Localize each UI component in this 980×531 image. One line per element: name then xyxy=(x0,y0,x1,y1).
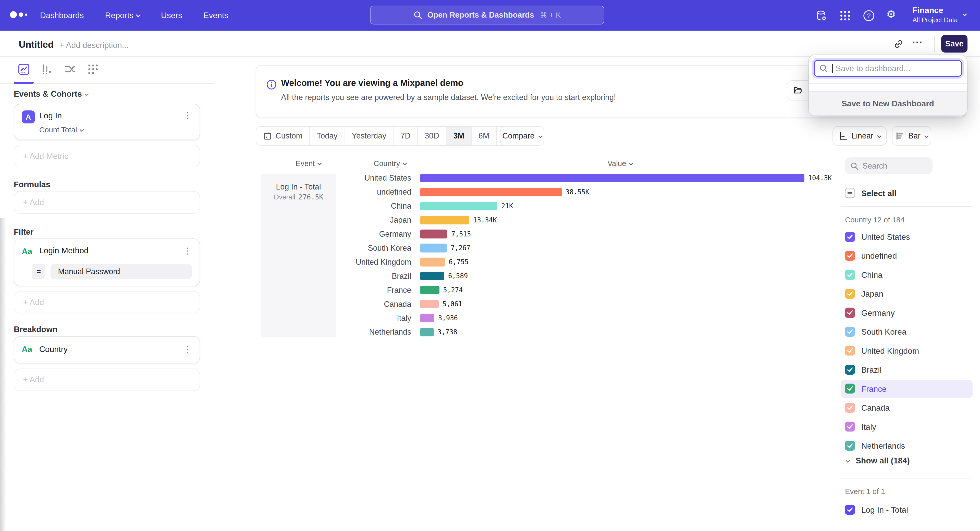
nav-item-dashboards[interactable]: Dashboards xyxy=(40,11,84,20)
add-metric-button[interactable]: + Add Metric xyxy=(14,145,200,167)
legend-checkbox-united-states[interactable] xyxy=(845,232,855,242)
legend-label-canada[interactable]: Canada xyxy=(861,403,890,413)
data-management-icon[interactable] xyxy=(815,10,827,22)
chart-type-dropdown-bar[interactable]: Bar xyxy=(892,126,931,146)
add-filter-button[interactable]: + Add xyxy=(14,291,200,314)
chart-row-undefined[interactable]: undefined38.55K xyxy=(215,185,589,199)
save-to-new-dashboard-button[interactable]: Save to New Dashboard xyxy=(809,91,967,116)
chart-row-brazil[interactable]: Brazil6,589 xyxy=(215,269,468,283)
tab-more-reports[interactable] xyxy=(87,63,99,76)
breakdown-card-country[interactable]: Aa Country ⋮ xyxy=(14,336,200,364)
show-all-button[interactable]: Show all (184) xyxy=(845,456,910,466)
legend-checkbox-log-in-total[interactable] xyxy=(845,505,855,515)
tab-funnels[interactable] xyxy=(41,63,53,76)
filter-property-name[interactable]: Login Method xyxy=(39,246,89,255)
select-all-checkbox[interactable] xyxy=(845,188,855,198)
legend-label-china[interactable]: China xyxy=(861,270,883,280)
compare-button[interactable]: Compare xyxy=(500,126,544,146)
filter-card-login-method[interactable]: Aa Login Method ⋮ = Manual Password xyxy=(14,238,200,286)
bar[interactable] xyxy=(420,216,469,224)
legend-checkbox-undefined[interactable] xyxy=(845,251,855,261)
nav-item-reports[interactable]: Reports xyxy=(105,11,140,20)
legend-label-japan[interactable]: Japan xyxy=(861,289,883,299)
column-header-event[interactable]: Event xyxy=(296,159,321,168)
chart-row-south-korea[interactable]: South Korea7,267 xyxy=(215,241,470,255)
bar[interactable] xyxy=(420,286,439,294)
chart-row-united-states[interactable]: United States104.3K xyxy=(215,171,832,185)
legend-search-input[interactable]: Search xyxy=(845,157,932,174)
add-description-button[interactable]: + Add description... xyxy=(59,41,129,50)
legend-label-log-in-total[interactable]: Log In - Total xyxy=(861,505,908,515)
bar[interactable] xyxy=(420,300,439,308)
chart-row-canada[interactable]: Canada5,061 xyxy=(215,297,462,311)
bar[interactable] xyxy=(420,230,448,238)
help-icon[interactable]: ? xyxy=(862,10,875,22)
tab-insights[interactable] xyxy=(18,63,30,76)
chart-row-germany[interactable]: Germany7,515 xyxy=(215,227,471,241)
bar[interactable] xyxy=(420,244,447,252)
bar[interactable] xyxy=(420,314,434,322)
chart-row-china[interactable]: China21K xyxy=(215,199,513,213)
settings-gear-icon[interactable]: ⚙ xyxy=(886,8,899,21)
legend-checkbox-south-korea[interactable] xyxy=(845,327,855,337)
legend-checkbox-netherlands[interactable] xyxy=(845,441,855,451)
more-actions-button[interactable]: ⋯ xyxy=(912,36,923,48)
kebab-menu-icon[interactable]: ⋮ xyxy=(183,345,192,355)
date-range-3m[interactable]: 3M xyxy=(446,127,471,145)
legend-label-france[interactable]: France xyxy=(861,384,886,394)
chart-row-italy[interactable]: Italy3,936 xyxy=(215,311,458,325)
legend-checkbox-japan[interactable] xyxy=(845,289,855,299)
metric-aggregation-dropdown[interactable]: Count Total xyxy=(39,125,83,134)
date-range-6m[interactable]: 6M xyxy=(472,127,496,145)
legend-checkbox-france[interactable] xyxy=(845,384,855,393)
filter-operator-dropdown[interactable]: = xyxy=(32,264,45,279)
chart-row-france[interactable]: France5,274 xyxy=(215,283,463,297)
metric-card-log-in[interactable]: A Log In ⋮ Count Total xyxy=(14,104,200,140)
save-button[interactable]: Save xyxy=(941,35,967,52)
global-search-button[interactable]: Open Reports & Dashboards ⌘ + K xyxy=(370,6,605,24)
kebab-menu-icon[interactable]: ⋮ xyxy=(183,246,192,256)
bar[interactable] xyxy=(420,188,562,197)
tab-flows[interactable] xyxy=(64,63,76,76)
nav-item-users[interactable]: Users xyxy=(161,11,182,20)
mixpanel-logo-icon[interactable] xyxy=(10,11,27,18)
apps-grid-icon[interactable] xyxy=(839,10,851,22)
legend-checkbox-canada[interactable] xyxy=(845,403,855,413)
bar[interactable] xyxy=(420,258,445,266)
breakdown-property-name[interactable]: Country xyxy=(39,345,68,354)
chart-row-united-kingdom[interactable]: United Kingdom6,755 xyxy=(215,255,469,269)
date-range-7d[interactable]: 7D xyxy=(393,127,418,145)
column-header-country[interactable]: Country xyxy=(374,159,406,168)
report-title[interactable]: Untitled xyxy=(19,39,54,50)
metric-event-name[interactable]: Log In xyxy=(39,111,62,120)
date-range-today[interactable]: Today xyxy=(310,127,345,145)
legend-checkbox-germany[interactable] xyxy=(845,308,855,317)
bar[interactable] xyxy=(420,174,804,182)
bar[interactable] xyxy=(420,272,445,280)
scale-dropdown-linear[interactable]: Linear xyxy=(832,126,887,146)
legend-label-united-states[interactable]: United States xyxy=(861,232,910,242)
chart-row-netherlands[interactable]: Netherlands3,738 xyxy=(215,325,457,339)
column-header-value[interactable]: Value xyxy=(608,159,632,168)
legend-label-south-korea[interactable]: South Korea xyxy=(861,327,907,337)
add-formula-button[interactable]: + Add xyxy=(14,191,200,214)
legend-label-united-kingdom[interactable]: United Kingdom xyxy=(861,346,919,356)
date-range-yesterday[interactable]: Yesterday xyxy=(345,127,394,145)
nav-item-events[interactable]: Events xyxy=(204,11,228,20)
date-range-custom[interactable]: Custom xyxy=(256,127,310,145)
legend-label-netherlands[interactable]: Netherlands xyxy=(861,441,905,451)
select-all-label[interactable]: Select all xyxy=(861,189,897,198)
add-breakdown-button[interactable]: + Add xyxy=(14,369,200,391)
bar[interactable] xyxy=(420,202,498,211)
legend-checkbox-italy[interactable] xyxy=(845,422,855,431)
project-switcher[interactable]: Finance All Project Data xyxy=(913,5,958,24)
bar[interactable] xyxy=(420,328,434,336)
legend-checkbox-united-kingdom[interactable] xyxy=(845,346,855,355)
kebab-menu-icon[interactable]: ⋮ xyxy=(183,111,192,120)
legend-label-undefined[interactable]: undefined xyxy=(861,251,897,261)
legend-label-germany[interactable]: Germany xyxy=(861,308,895,318)
filter-value-dropdown[interactable]: Manual Password xyxy=(51,264,192,279)
events-cohorts-header[interactable]: Events & Cohorts xyxy=(14,89,88,99)
chart-row-japan[interactable]: Japan13.34K xyxy=(215,213,497,227)
legend-label-italy[interactable]: Italy xyxy=(861,422,876,432)
